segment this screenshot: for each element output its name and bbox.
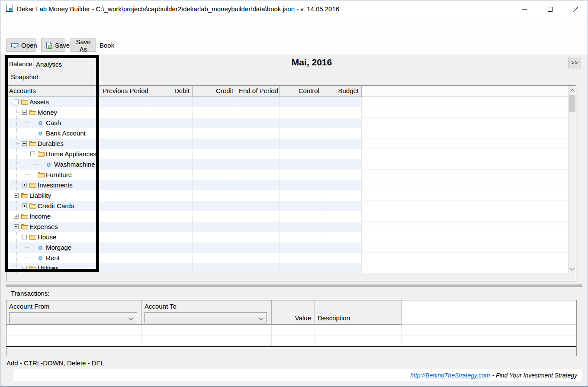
amount-cell[interactable] (322, 170, 362, 180)
maximize-button[interactable] (540, 0, 560, 18)
amount-cell[interactable] (236, 242, 280, 253)
account-to-select[interactable] (145, 312, 267, 323)
column-header-accounts[interactable]: Accounts (6, 86, 100, 97)
amount-cell[interactable] (149, 222, 193, 232)
amount-cell[interactable] (236, 149, 280, 159)
amount-cell[interactable] (149, 159, 193, 170)
account-from-select[interactable] (9, 312, 137, 323)
amount-cell[interactable] (280, 232, 322, 242)
account-row[interactable]: Credit Cards (6, 201, 568, 211)
amount-cell[interactable] (100, 107, 149, 118)
amount-cell[interactable] (280, 242, 322, 253)
amount-cell[interactable] (149, 253, 193, 263)
account-row[interactable]: Morgage (6, 242, 568, 253)
scrollbar-thumb[interactable] (569, 95, 575, 112)
amount-cell[interactable] (149, 201, 193, 211)
amount-cell[interactable] (149, 211, 193, 222)
account-row[interactable]: Durables (6, 139, 568, 149)
transaction-cell[interactable] (315, 335, 402, 346)
transaction-cell[interactable] (272, 325, 315, 335)
column-header-debit[interactable]: Debit (149, 86, 193, 97)
amount-cell[interactable] (193, 211, 236, 222)
tree-expander-minus-icon[interactable] (14, 193, 19, 198)
amount-cell[interactable] (193, 97, 236, 107)
amount-cell[interactable] (149, 118, 193, 128)
amount-cell[interactable] (193, 190, 236, 201)
amount-cell[interactable] (149, 97, 193, 107)
amount-cell[interactable] (236, 118, 280, 128)
amount-cell[interactable] (193, 263, 236, 273)
transaction-cell[interactable] (142, 335, 272, 346)
amount-cell[interactable] (236, 232, 280, 242)
amount-cell[interactable] (280, 222, 322, 232)
amount-cell[interactable] (280, 201, 322, 211)
amount-cell[interactable] (236, 107, 280, 118)
column-header-end-of-period[interactable]: End of Period (236, 86, 280, 97)
transaction-row[interactable] (6, 335, 576, 346)
scrollbar-down-button[interactable] (569, 264, 576, 272)
amount-cell[interactable] (280, 170, 322, 180)
amount-cell[interactable] (100, 190, 149, 201)
amount-cell[interactable] (280, 149, 322, 159)
account-row[interactable]: Rent (6, 253, 568, 263)
transaction-cell[interactable] (315, 325, 402, 335)
transaction-row[interactable] (6, 325, 576, 335)
amount-cell[interactable] (100, 97, 149, 107)
amount-cell[interactable] (322, 190, 362, 201)
column-header-credit[interactable]: Credit (193, 86, 236, 97)
amount-cell[interactable] (149, 107, 193, 118)
amount-cell[interactable] (280, 118, 322, 128)
amount-cell[interactable] (100, 211, 149, 222)
tree-expander-plus-icon[interactable] (22, 183, 27, 187)
amount-cell[interactable] (149, 263, 193, 273)
tree-expander-minus-icon[interactable] (22, 141, 27, 146)
column-header-control[interactable]: Control (280, 86, 322, 97)
account-row[interactable]: Home Appliances (6, 149, 568, 159)
tree-expander-minus-icon[interactable] (22, 235, 27, 239)
tree-expander-plus-icon[interactable] (14, 214, 19, 219)
amount-cell[interactable] (100, 242, 149, 253)
amount-cell[interactable] (100, 139, 149, 149)
scrollbar-up-button[interactable] (569, 87, 576, 94)
vertical-scrollbar[interactable] (568, 86, 576, 273)
tab-analytics[interactable]: Analytics (34, 59, 64, 69)
amount-cell[interactable] (193, 242, 236, 253)
amount-cell[interactable] (193, 253, 236, 263)
amount-cell[interactable] (193, 139, 236, 149)
amount-cell[interactable] (322, 263, 362, 273)
account-row[interactable]: Furniture (6, 170, 568, 180)
amount-cell[interactable] (322, 139, 362, 149)
tree-expander-minus-icon[interactable] (14, 224, 19, 229)
amount-cell[interactable] (322, 242, 362, 253)
amount-cell[interactable] (322, 97, 362, 107)
amount-cell[interactable] (100, 170, 149, 180)
tree-expander-plus-icon[interactable] (22, 203, 27, 208)
tree-expander-minus-icon[interactable] (22, 110, 27, 115)
transaction-cell[interactable] (142, 325, 272, 335)
transaction-cell[interactable] (272, 335, 315, 346)
account-row[interactable]: Expenses (6, 222, 568, 232)
amount-cell[interactable] (322, 201, 362, 211)
column-header-previous-period[interactable]: Previous Period (100, 86, 149, 97)
amount-cell[interactable] (236, 180, 280, 190)
transaction-cell[interactable] (6, 335, 142, 346)
amount-cell[interactable] (100, 118, 149, 128)
amount-cell[interactable] (322, 180, 362, 190)
amount-cell[interactable] (322, 253, 362, 263)
amount-cell[interactable] (322, 128, 362, 139)
amount-cell[interactable] (193, 232, 236, 242)
amount-cell[interactable] (280, 139, 322, 149)
tree-expander-minus-icon[interactable] (30, 152, 35, 156)
amount-cell[interactable] (236, 211, 280, 222)
amount-cell[interactable] (100, 232, 149, 242)
strategy-link[interactable]: http://BehindTheStrategy.com (410, 372, 490, 379)
amount-cell[interactable] (322, 159, 362, 170)
amount-cell[interactable] (100, 159, 149, 170)
amount-cell[interactable] (149, 190, 193, 201)
amount-cell[interactable] (193, 222, 236, 232)
amount-cell[interactable] (280, 159, 322, 170)
amount-cell[interactable] (149, 242, 193, 253)
horizontal-scrollbar[interactable] (6, 273, 576, 281)
account-row[interactable]: Money (6, 107, 568, 118)
amount-cell[interactable] (100, 128, 149, 139)
